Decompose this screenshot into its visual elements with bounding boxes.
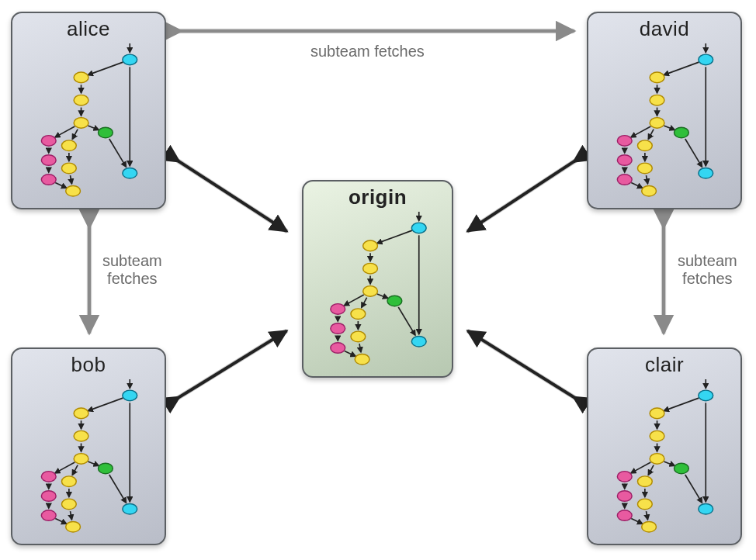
commit-node bbox=[642, 185, 657, 196]
svg-line-56 bbox=[664, 398, 699, 411]
svg-line-0 bbox=[179, 161, 286, 231]
commit-node bbox=[674, 463, 688, 474]
svg-line-6 bbox=[469, 331, 574, 397]
commit-node bbox=[617, 490, 632, 501]
svg-line-7 bbox=[469, 331, 574, 397]
commit-node bbox=[363, 285, 378, 296]
svg-line-14 bbox=[88, 62, 123, 75]
svg-line-20 bbox=[88, 125, 99, 130]
commit-node bbox=[650, 117, 664, 128]
commit-node bbox=[637, 475, 652, 486]
commit-node bbox=[674, 127, 688, 138]
label-subteam-top: subteam fetches bbox=[310, 43, 425, 60]
commit-node bbox=[41, 154, 56, 165]
commit-node bbox=[650, 95, 664, 105]
commit-node bbox=[123, 54, 137, 65]
commit-node bbox=[699, 503, 713, 514]
commit-node bbox=[41, 490, 56, 501]
commit-node bbox=[74, 453, 88, 464]
svg-line-79 bbox=[344, 295, 363, 306]
repo-origin: origin bbox=[302, 180, 453, 378]
svg-line-33 bbox=[647, 175, 648, 184]
repo-alice: alice bbox=[11, 12, 166, 209]
svg-line-49 bbox=[109, 475, 127, 503]
svg-line-73 bbox=[362, 297, 367, 307]
commit-dag bbox=[595, 379, 736, 541]
svg-line-45 bbox=[72, 465, 78, 475]
commit-node bbox=[355, 354, 369, 365]
commit-node bbox=[74, 117, 88, 128]
commit-node bbox=[41, 510, 56, 520]
commit-node bbox=[617, 154, 632, 165]
commit-node bbox=[699, 54, 713, 65]
svg-line-5 bbox=[179, 331, 286, 397]
svg-line-51 bbox=[55, 462, 75, 473]
svg-line-3 bbox=[469, 161, 575, 231]
repo-david: david bbox=[587, 12, 742, 209]
commit-node bbox=[74, 408, 88, 419]
commit-dag bbox=[19, 43, 160, 206]
commit-node bbox=[41, 471, 56, 482]
commit-node bbox=[387, 296, 402, 306]
svg-line-48 bbox=[88, 461, 99, 465]
commit-node bbox=[123, 390, 137, 401]
svg-line-47 bbox=[71, 511, 72, 520]
svg-line-21 bbox=[109, 139, 127, 167]
commit-node bbox=[331, 323, 345, 334]
label-subteam-left: subteam fetches bbox=[102, 252, 162, 288]
svg-line-62 bbox=[664, 461, 675, 465]
svg-line-35 bbox=[685, 139, 702, 167]
commit-dag bbox=[595, 43, 736, 206]
diagram-stage: subteam fetches subteam fetches subteam … bbox=[0, 0, 756, 560]
svg-line-70 bbox=[377, 230, 412, 244]
commit-node bbox=[61, 140, 76, 150]
commit-node bbox=[98, 127, 113, 138]
commit-node bbox=[617, 510, 632, 520]
commit-node bbox=[650, 430, 664, 441]
commit-node bbox=[74, 95, 88, 105]
commit-node bbox=[74, 72, 88, 83]
commit-node bbox=[699, 168, 713, 178]
commit-node bbox=[411, 223, 426, 233]
commit-node bbox=[411, 336, 426, 347]
commit-node bbox=[637, 163, 652, 174]
commit-node bbox=[61, 163, 76, 174]
repo-bob: bob bbox=[11, 347, 166, 545]
commit-node bbox=[66, 185, 81, 196]
repo-title: origin bbox=[310, 186, 446, 209]
commit-node bbox=[699, 390, 713, 401]
commit-node bbox=[66, 521, 81, 532]
svg-line-54 bbox=[55, 518, 66, 524]
svg-line-40 bbox=[631, 182, 642, 188]
svg-line-82 bbox=[345, 351, 355, 356]
commit-node bbox=[61, 475, 76, 486]
commit-dag bbox=[19, 379, 160, 541]
commit-node bbox=[98, 463, 113, 474]
svg-line-31 bbox=[648, 129, 654, 139]
commit-node bbox=[123, 168, 137, 178]
repo-title: david bbox=[595, 18, 734, 40]
svg-line-28 bbox=[664, 62, 699, 75]
commit-node bbox=[363, 240, 378, 251]
svg-line-68 bbox=[631, 518, 642, 524]
commit-node bbox=[351, 331, 366, 342]
commit-node bbox=[650, 72, 664, 83]
commit-node bbox=[351, 308, 366, 319]
commit-node bbox=[331, 342, 345, 353]
label-subteam-right: subteam fetches bbox=[678, 252, 737, 288]
svg-line-1 bbox=[179, 161, 286, 231]
commit-node bbox=[637, 499, 652, 510]
commit-node bbox=[617, 174, 632, 185]
commit-node bbox=[41, 174, 56, 185]
commit-node bbox=[41, 135, 56, 146]
svg-line-4 bbox=[179, 331, 286, 397]
svg-line-77 bbox=[398, 307, 415, 335]
repo-title: bob bbox=[19, 354, 158, 376]
repo-title: clair bbox=[595, 354, 734, 376]
svg-line-2 bbox=[469, 161, 575, 231]
commit-node bbox=[74, 430, 88, 441]
commit-node bbox=[617, 471, 632, 482]
svg-line-76 bbox=[377, 293, 388, 298]
svg-line-75 bbox=[359, 344, 361, 352]
svg-line-23 bbox=[55, 126, 75, 137]
